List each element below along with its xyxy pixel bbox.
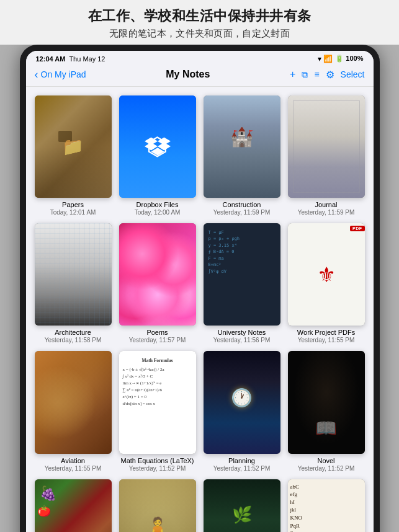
- notebook-date: Yesterday, 11:59 PM: [213, 209, 271, 216]
- notebook-date: Yesterday, 11:52 PM: [213, 465, 271, 472]
- nav-title: My Notes: [86, 69, 290, 80]
- svg-marker-1: [158, 138, 171, 146]
- notebook-item[interactable]: 🌿 Medicine: [204, 479, 280, 532]
- notebook-date: Today, 12:00 AM: [135, 209, 181, 216]
- notebook-cover-aviation: [35, 351, 112, 453]
- notebook-date: Yesterday, 11:55 PM: [298, 337, 355, 344]
- notebook-grid: Papers Today, 12:01 AM: [26, 87, 374, 532]
- notebook-item[interactable]: Poems Yesterday, 11:57 PM: [119, 223, 196, 344]
- notebook-date: Today, 12:01 AM: [50, 209, 96, 216]
- pdf-icon: ⚜: [317, 262, 336, 287]
- notebook-date: Yesterday, 11:59 PM: [298, 209, 355, 216]
- battery-icon: 🔋 100%: [335, 55, 363, 63]
- notebook-item[interactable]: Papers Today, 12:01 AM: [35, 95, 112, 216]
- notebook-cover-dropbox: [119, 95, 196, 198]
- notebook-cover-work-pdf: ⚜ PDF: [288, 223, 365, 326]
- dropbox-logo: [145, 132, 171, 161]
- ipad-screen: 12:04 AM Thu May 12 ▾ 📶 🔋 100% ‹ On My i…: [26, 51, 374, 532]
- notebook-name: Novel: [317, 457, 334, 464]
- status-date: Thu May 12: [69, 55, 105, 63]
- notebook-item[interactable]: ⚜ PDF Work Project PDFs Yesterday, 11:55…: [288, 223, 365, 344]
- notebook-cover-drafts: abC efg hI jkl KNO PqR Sru VW xyz: [288, 479, 365, 532]
- notebook-item[interactable]: Novel Yesterday, 11:52 PM: [288, 351, 365, 471]
- settings-button[interactable]: ⚙: [326, 69, 334, 81]
- notebook-name: Dropbox Files: [137, 201, 179, 208]
- status-right: ▾ 📶 🔋 100%: [318, 55, 364, 63]
- notebook-name: Planning: [228, 457, 255, 464]
- notebook-cover-math: Math Formulas x = (-b ± √(b²-4ac)) / 2a …: [119, 351, 196, 453]
- notebook-name: Journal: [315, 201, 337, 208]
- notebook-cover-poems: [119, 223, 196, 326]
- notebook-item[interactable]: Dropbox Files Today, 12:00 AM: [119, 95, 196, 216]
- notebook-date: Yesterday, 11:55 PM: [45, 465, 102, 472]
- list-view-button[interactable]: ≡: [314, 69, 319, 79]
- notebook-cover-novel: [288, 351, 365, 453]
- notebook-cover-davinci: 🧍: [119, 479, 196, 532]
- notebook-item[interactable]: Journal Yesterday, 11:59 PM: [288, 95, 365, 216]
- leaf-icon: 🌿: [232, 505, 252, 525]
- svg-marker-3: [158, 143, 171, 151]
- notebook-name: Math Equations (LaTeX): [120, 457, 194, 464]
- notebook-item[interactable]: 🧍 DaVinci Notes: [119, 479, 196, 532]
- banner-subtitle: 无限的笔记本，文件夹和页面，自定义封面: [12, 28, 387, 40]
- notebook-name: Construction: [223, 201, 261, 208]
- back-label: On My iPad: [41, 69, 86, 79]
- svg-marker-2: [145, 143, 158, 151]
- notebook-item[interactable]: 🕐 Planning Yesterday, 11:52 PM: [204, 351, 280, 471]
- wifi-icon: ▾ 📶: [318, 55, 333, 63]
- chevron-left-icon: ‹: [35, 68, 38, 81]
- ipad-frame: 12:04 AM Thu May 12 ▾ 📶 🔋 100% ‹ On My i…: [20, 45, 380, 532]
- notebook-name: Work Project PDFs: [297, 329, 355, 336]
- notebook-name: Poems: [146, 329, 168, 336]
- notebook-name: Architecture: [55, 329, 91, 336]
- notebook-item[interactable]: Math Formulas x = (-b ± √(b²-4ac)) / 2a …: [119, 351, 196, 471]
- notebook-date: Yesterday, 11:52 PM: [298, 465, 355, 472]
- app-banner: 在工作、学校和生活中保持井井有条 无限的笔记本，文件夹和页面，自定义封面: [0, 0, 399, 45]
- status-bar: 12:04 AM Thu May 12 ▾ 📶 🔋 100%: [26, 51, 374, 66]
- notebook-name: Aviation: [61, 457, 85, 464]
- notebook-cover-construction: [204, 95, 280, 198]
- clock-icon: 🕐: [231, 387, 253, 407]
- notebook-item[interactable]: Architecture Yesterday, 11:58 PM: [35, 223, 112, 344]
- notebook-item[interactable]: Aviation Yesterday, 11:55 PM: [35, 351, 112, 471]
- notebook-item[interactable]: abC efg hI jkl KNO PqR Sru VW xyz Drafts: [288, 479, 365, 532]
- svg-marker-4: [151, 148, 164, 156]
- svg-marker-0: [145, 138, 158, 146]
- notebook-name: Papers: [62, 201, 84, 208]
- notebook-cover-architecture: [35, 223, 112, 326]
- notebook-cover-papers: [35, 95, 112, 198]
- nav-actions: + ⧉ ≡ ⚙ Select: [290, 69, 364, 81]
- notebook-cover-planning: 🕐: [204, 351, 280, 453]
- notebook-date: Yesterday, 11:58 PM: [45, 337, 102, 344]
- notebook-date: Yesterday, 11:56 PM: [213, 337, 271, 344]
- add-button[interactable]: +: [290, 69, 295, 80]
- notebook-cover-medicine: 🌿: [204, 479, 280, 532]
- back-button[interactable]: ‹ On My iPad: [35, 68, 86, 81]
- notebook-name: Universty Notes: [218, 329, 266, 336]
- notebook-cover-recipes: 🍇 🍅 🫑: [35, 479, 112, 532]
- nav-bar: ‹ On My iPad My Notes + ⧉ ≡ ⚙ Select: [26, 66, 374, 87]
- pdf-badge: PDF: [350, 226, 365, 231]
- notebook-item[interactable]: Construction Yesterday, 11:59 PM: [204, 95, 280, 216]
- status-time: 12:04 AM: [36, 55, 66, 63]
- notebook-cover-journal: [288, 95, 365, 198]
- select-button[interactable]: Select: [341, 69, 365, 79]
- notebook-cover-university: T = μF p = p₀ + ρgh y = 3.15 x⁴ ∮ B·dA =…: [204, 223, 280, 326]
- notebook-item[interactable]: 🍇 🍅 🫑 Recipes: [35, 479, 112, 532]
- copy-button[interactable]: ⧉: [302, 69, 308, 80]
- banner-title: 在工作、学校和生活中保持井井有条: [12, 7, 387, 25]
- notebook-date: Yesterday, 11:52 PM: [129, 465, 186, 472]
- notebook-item[interactable]: T = μF p = p₀ + ρgh y = 3.15 x⁴ ∮ B·dA =…: [204, 223, 280, 344]
- notebook-date: Yesterday, 11:57 PM: [129, 337, 186, 344]
